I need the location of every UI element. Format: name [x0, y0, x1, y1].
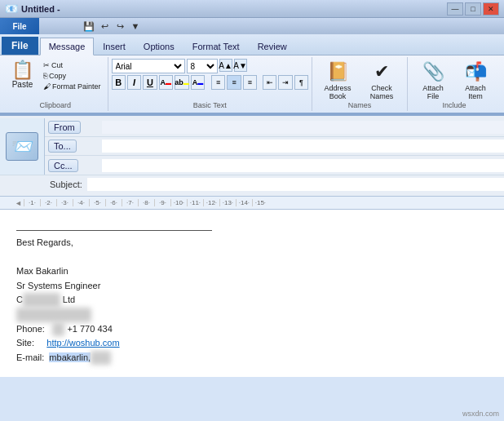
phone-line: Phone: +1 770 434: [16, 322, 488, 337]
phone-number: +1 770 434: [64, 324, 112, 334]
font-shrink-button[interactable]: A▼: [234, 59, 247, 72]
maximize-button[interactable]: □: [465, 2, 481, 16]
quick-access-toolbar: File 💾 ↩ ↪ ▼: [0, 18, 504, 34]
from-input[interactable]: [102, 121, 504, 134]
send-area: 📨: [0, 118, 45, 175]
format-painter-label: Format Painter: [52, 82, 101, 91]
name-line: Max Bakarlin: [16, 264, 488, 279]
to-input[interactable]: [102, 140, 504, 153]
ruler: ◄ ·1· ·2· ·3· ·4· ·5· ·6· ·7· ·8· ·9· ·1…: [0, 197, 504, 210]
attach-item-label: Attach Item: [459, 84, 492, 100]
subject-label: Subject:: [45, 178, 87, 191]
company-suffix: Ltd: [60, 295, 75, 304]
bold-button[interactable]: B: [112, 75, 126, 90]
tab-file[interactable]: File: [2, 37, 38, 55]
clipboard-group-label: Clipboard: [40, 101, 72, 109]
qa-dropdown-button[interactable]: ▼: [129, 20, 142, 33]
font-row1: Arial 8 A▲ A▼: [112, 59, 308, 73]
decrease-indent-button[interactable]: ⇤: [263, 75, 276, 90]
title-bar-left: 📧 Untitled -: [5, 2, 60, 15]
email-blurred: [91, 351, 110, 366]
ruler-left-margin: ◄: [15, 199, 22, 207]
tab-insert[interactable]: Insert: [94, 37, 135, 55]
attach-item-button[interactable]: 📬 Attach Item: [455, 59, 496, 103]
underline-button[interactable]: U: [143, 75, 157, 90]
font-size-select[interactable]: 8: [187, 59, 218, 73]
increase-indent-button[interactable]: ⇥: [278, 75, 292, 90]
cut-icon: ✂: [43, 61, 50, 69]
cc-row: Cc...: [45, 156, 504, 175]
cc-input[interactable]: [102, 159, 504, 172]
address-book-button[interactable]: 📔 Address Book: [317, 59, 358, 103]
attach-item-icon: 📬: [465, 61, 487, 82]
close-button[interactable]: ✕: [483, 2, 499, 16]
title-text: Untitled -: [21, 4, 60, 14]
ruler-mark: ·7·: [122, 199, 138, 206]
basic-text-group: Arial 8 A▲ A▼ B I U A▬ ab▬ A▬ ≡ ≡ ≡: [108, 57, 312, 111]
format-painter-icon: 🖌: [43, 82, 51, 91]
site-url[interactable]: http://woshub.com: [46, 338, 119, 348]
from-send-row: 📨 From To... Cc...: [0, 118, 504, 175]
tab-message[interactable]: Message: [40, 38, 95, 55]
save-quick-button[interactable]: 💾: [82, 20, 95, 33]
cut-label: Cut: [51, 61, 63, 69]
font-color-button[interactable]: A▬: [191, 75, 205, 90]
format-painter-button[interactable]: 🖌 Format Painter: [40, 82, 104, 91]
to-label-area: To...: [45, 138, 102, 154]
redo-quick-button[interactable]: ↪: [113, 20, 126, 33]
ribbon-content: 📋 Paste ✂ Cut ⎘ Copy 🖌 Format Painter: [0, 55, 504, 114]
tab-review[interactable]: Review: [249, 37, 296, 55]
ruler-mark: ·8·: [138, 199, 154, 206]
cc-button[interactable]: Cc...: [48, 159, 78, 172]
watermark: wsxdn.com: [462, 410, 499, 418]
font-row2: B I U A▬ ab▬ A▬ ≡ ≡ ≡ ⇤ ⇥ ¶: [112, 75, 308, 90]
email-header: 📨 From To... Cc...: [0, 116, 504, 197]
phone-label: Phone:: [16, 324, 45, 334]
tab-options[interactable]: Options: [135, 37, 183, 55]
title-buttons: — □ ✕: [447, 2, 499, 16]
small-clipboard-buttons: ✂ Cut ⎘ Copy 🖌 Format Painter: [40, 59, 104, 91]
text-color-button[interactable]: A▬: [159, 75, 173, 90]
cut-button[interactable]: ✂ Cut: [40, 60, 104, 70]
names-group: 📔 Address Book ✔ Check Names Names: [312, 57, 408, 111]
phone-blurred-part: [52, 322, 64, 337]
italic-button[interactable]: I: [127, 75, 141, 90]
highlight-button[interactable]: ab▬: [175, 75, 189, 90]
ruler-mark: ·2·: [40, 199, 56, 206]
align-right-button[interactable]: ≡: [243, 75, 257, 90]
attach-file-button[interactable]: 📎 Attach File: [413, 59, 453, 103]
email-body[interactable]: Best Regards, Max Bakarlin Sr Systems En…: [0, 210, 504, 377]
paste-button[interactable]: 📋 Paste: [7, 59, 38, 91]
undo-quick-button[interactable]: ↩: [98, 20, 111, 33]
ruler-mark: ·13·: [219, 199, 236, 206]
title-bar: 📧 Untitled - — □ ✕: [0, 0, 504, 18]
align-center-button[interactable]: ≡: [227, 75, 241, 90]
ruler-mark: ·14·: [236, 199, 252, 206]
title-line: Sr Systems Engineer: [16, 279, 488, 294]
send-button[interactable]: 📨: [6, 132, 38, 161]
minimize-button[interactable]: —: [447, 2, 463, 16]
subject-input[interactable]: [87, 178, 504, 191]
ribbon-tabs: File Message Insert Options Format Text …: [0, 34, 504, 55]
attach-file-label: Attach File: [417, 84, 449, 100]
copy-button[interactable]: ⎘ Copy: [40, 71, 104, 81]
office-button: File: [0, 18, 39, 34]
ruler-mark: ·1·: [24, 199, 40, 206]
cc-label-area: Cc...: [45, 157, 102, 174]
align-left-button[interactable]: ≡: [211, 75, 225, 90]
to-row: To...: [45, 137, 504, 156]
check-names-label: Check Names: [365, 84, 398, 100]
blank-line: [16, 250, 488, 265]
address-book-icon: 📔: [327, 61, 349, 82]
clipboard-group: 📋 Paste ✂ Cut ⎘ Copy 🖌 Format Painter: [3, 57, 108, 111]
email-address: mbakarlin,: [49, 352, 91, 362]
to-button[interactable]: To...: [48, 140, 77, 153]
from-label-area: From: [45, 119, 102, 135]
check-names-button[interactable]: ✔ Check Names: [361, 59, 402, 103]
address-blurred: [16, 308, 91, 322]
font-family-select[interactable]: Arial: [112, 59, 185, 73]
tab-format-text[interactable]: Format Text: [183, 37, 249, 55]
font-grow-button[interactable]: A▲: [219, 59, 232, 72]
from-button[interactable]: From: [48, 121, 81, 134]
rtl-button[interactable]: ¶: [294, 75, 308, 90]
